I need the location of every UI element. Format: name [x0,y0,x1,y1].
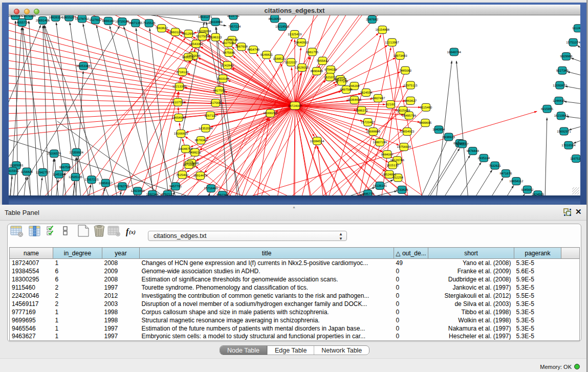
svg-text:2967608: 2967608 [235,45,248,49]
svg-text:5322037: 5322037 [285,61,298,64]
svg-text:1156829: 1156829 [20,170,33,174]
svg-text:16210643: 16210643 [554,114,569,118]
svg-text:8938923: 8938923 [443,136,455,139]
svg-text:8471676: 8471676 [499,172,512,176]
svg-text:6497568: 6497568 [340,88,353,92]
svg-text:15716485: 15716485 [204,187,219,190]
svg-text:8813054: 8813054 [269,17,281,21]
svg-text:10688609: 10688609 [366,130,380,134]
svg-text:10655267: 10655267 [62,16,76,19]
svg-text:16495798: 16495798 [402,114,417,118]
svg-text:7632621: 7632621 [489,164,502,168]
svg-text:9242848: 9242848 [221,64,234,68]
svg-text:6794028: 6794028 [324,68,337,72]
svg-text:2935114: 2935114 [478,157,490,160]
svg-text:15751074: 15751074 [566,41,580,45]
svg-text:10958117: 10958117 [99,182,113,185]
svg-text:10807487: 10807487 [371,97,385,100]
svg-text:9890122: 9890122 [182,56,195,59]
svg-text:6466160: 6466160 [102,19,115,23]
svg-text:417006: 417006 [210,101,221,105]
svg-text:16671355: 16671355 [128,21,143,25]
svg-text:3267110: 3267110 [204,114,216,118]
svg-text:1145194: 1145194 [53,173,65,177]
svg-text:16782759: 16782759 [115,185,129,188]
svg-text:7955812: 7955812 [316,59,329,63]
svg-text:16365061: 16365061 [9,164,24,167]
svg-text:9899695: 9899695 [419,121,432,125]
svg-text:62160: 62160 [386,103,396,106]
svg-text:7663822: 7663822 [156,27,168,30]
svg-text:1167533: 1167533 [570,157,580,161]
svg-text:19654923: 19654923 [400,130,415,134]
svg-text:12923448: 12923448 [130,189,145,193]
svg-text:5498222: 5498222 [189,151,202,155]
svg-text:2803144: 2803144 [217,77,230,81]
svg-text:746206: 746206 [349,84,360,88]
svg-text:1615132: 1615132 [386,164,399,167]
svg-text:1640954: 1640954 [432,128,445,132]
svg-text:9327508: 9327508 [222,41,235,45]
svg-text:9146821: 9146821 [260,53,273,57]
svg-text:9997586: 9997586 [59,166,72,169]
svg-text:16914479: 16914479 [193,174,208,178]
svg-text:15720407: 15720407 [361,121,375,124]
svg-text:18807249: 18807249 [373,141,387,144]
svg-text:19654943: 19654943 [171,116,186,120]
svg-text:15278702: 15278702 [75,17,90,21]
svg-text:9777169: 9777169 [336,80,349,83]
svg-text:10654112: 10654112 [509,180,524,183]
svg-text:10970398: 10970398 [21,15,36,18]
svg-text:9457791: 9457791 [169,185,182,188]
svg-text:20364436: 20364436 [347,98,362,102]
svg-text:9474444: 9474444 [467,149,480,153]
svg-text:18331271: 18331271 [198,15,212,19]
svg-text:19218506: 19218506 [275,25,290,29]
svg-text:2087682: 2087682 [366,18,379,21]
svg-text:20691406: 20691406 [36,19,50,23]
svg-text:12213967: 12213967 [385,41,399,45]
svg-text:18300295: 18300295 [263,112,277,115]
svg-text:10025458: 10025458 [396,109,410,113]
svg-text:9619791: 9619791 [227,15,240,18]
svg-text:19384554: 19384554 [310,140,324,143]
svg-text:1588520: 1588520 [273,57,286,61]
svg-text:18839314: 18839314 [49,16,63,19]
svg-text:8427552: 8427552 [213,89,226,93]
svg-text:1112430: 1112430 [572,27,580,30]
svg-text:1527602: 1527602 [89,18,102,22]
svg-text:8960128: 8960128 [169,31,182,34]
svg-text:10973493: 10973493 [393,54,407,58]
svg-text:9227349: 9227349 [556,69,569,73]
svg-text:18640910: 18640910 [294,41,309,45]
svg-text:20206576: 20206576 [47,152,61,156]
svg-text:3624554: 3624554 [360,91,373,95]
svg-text:9327505: 9327505 [196,35,209,38]
svg-text:8186323: 8186323 [209,36,222,39]
svg-text:8990448: 8990448 [311,70,323,73]
svg-text:17359924: 17359924 [70,151,84,155]
svg-text:16033809: 16033809 [208,20,223,24]
svg-text:8912954: 8912954 [182,32,195,36]
svg-text:12975115: 12975115 [404,84,418,87]
svg-text:16154808: 16154808 [376,28,390,32]
svg-text:16543382: 16543382 [189,42,203,46]
svg-text:8454749: 8454749 [247,48,260,52]
svg-text:15226058: 15226058 [197,30,211,33]
svg-text:19756928: 19756928 [397,145,411,149]
svg-text:6961755: 6961755 [306,51,319,54]
svg-text:7857224: 7857224 [228,25,241,29]
svg-text:5875685: 5875685 [223,51,235,55]
svg-text:19166825: 19166825 [174,132,188,136]
svg-text:13626015: 13626015 [295,66,309,70]
svg-text:2718120: 2718120 [176,71,189,74]
svg-text:7625402: 7625402 [176,173,189,177]
svg-text:1244415: 1244415 [553,99,565,103]
svg-text:12093872: 12093872 [553,84,567,87]
svg-text:12942757: 12942757 [36,171,50,174]
svg-text:16648784: 16648784 [447,51,462,54]
svg-text:9329966: 9329966 [560,55,573,58]
svg-text:9115460: 9115460 [420,106,432,110]
svg-text:14055724: 14055724 [15,21,29,25]
svg-text:11325419: 11325419 [288,33,302,36]
